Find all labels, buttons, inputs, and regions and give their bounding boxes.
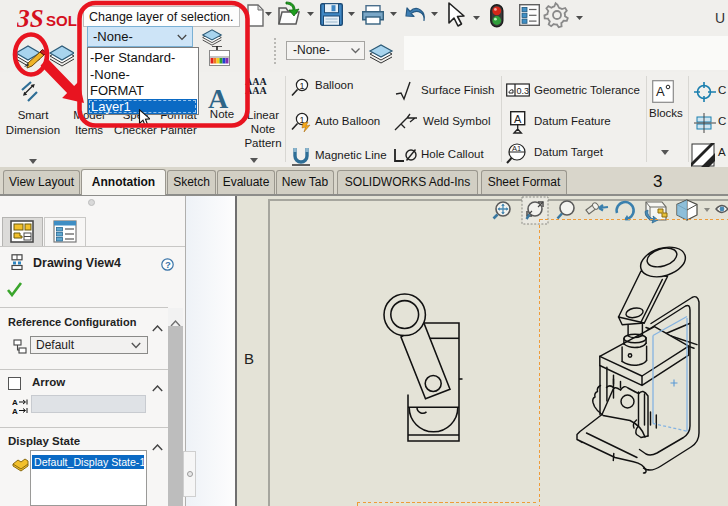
svg-text:A: A xyxy=(12,407,18,415)
svg-text:ЗS: ЗS xyxy=(17,5,44,32)
svg-text:A1: A1 xyxy=(512,144,521,153)
svg-text:?: ? xyxy=(165,259,171,270)
svg-text:U: U xyxy=(715,10,725,26)
svg-text:A: A xyxy=(514,113,522,125)
svg-text:A: A xyxy=(656,84,665,99)
svg-text:1: 1 xyxy=(300,81,305,91)
svg-text:0.3: 0.3 xyxy=(517,86,530,96)
svg-text:SOL: SOL xyxy=(46,12,77,29)
